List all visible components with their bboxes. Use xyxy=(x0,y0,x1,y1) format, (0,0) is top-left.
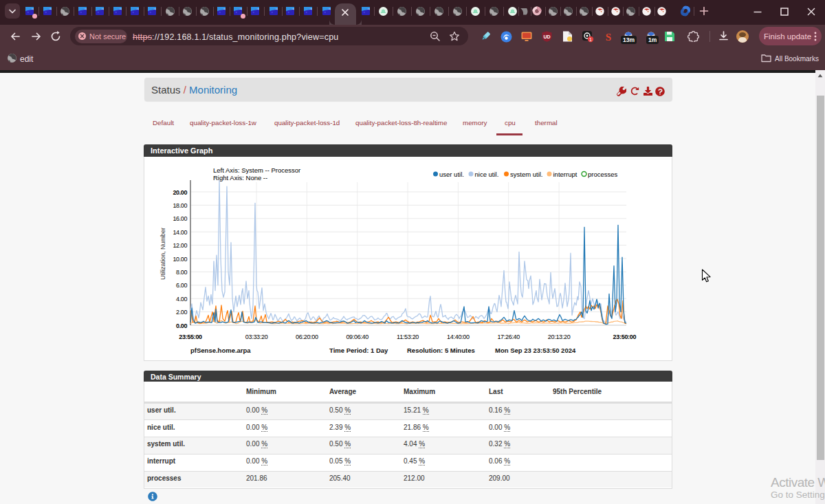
svg-text:23:50:00: 23:50:00 xyxy=(613,333,637,340)
svg-text:8.00: 8.00 xyxy=(176,269,187,276)
svg-text:06:20:00: 06:20:00 xyxy=(296,333,318,340)
svg-text:1: 1 xyxy=(589,37,592,42)
svg-text:processes: processes xyxy=(588,171,618,178)
svg-text:user util.: user util. xyxy=(439,171,464,178)
svg-text:20:13:20: 20:13:20 xyxy=(548,333,571,340)
svg-text:23:55:00: 23:55:00 xyxy=(179,333,202,340)
svg-text:Time Period: 1 Day: Time Period: 1 Day xyxy=(329,347,388,354)
svg-text:4.00: 4.00 xyxy=(176,296,187,303)
svg-text:16.00: 16.00 xyxy=(173,215,187,222)
svg-text:03:33:20: 03:33:20 xyxy=(245,333,268,340)
svg-text:Mon Sep 23 23:53:50 2024: Mon Sep 23 23:53:50 2024 xyxy=(495,347,576,354)
svg-text:20.00: 20.00 xyxy=(173,189,187,196)
svg-text:2.00: 2.00 xyxy=(176,309,187,316)
svg-text:18.00: 18.00 xyxy=(173,202,187,209)
svg-text:11:53:20: 11:53:20 xyxy=(397,333,419,340)
svg-text:Utilization, Number: Utilization, Number xyxy=(160,228,166,280)
svg-text:Left Axis: System -- Processor: Left Axis: System -- Processor xyxy=(213,166,300,174)
svg-text:14.00: 14.00 xyxy=(173,229,187,236)
svg-text:Resolution: 5 Minutes: Resolution: 5 Minutes xyxy=(407,347,475,354)
svg-text:09:06:40: 09:06:40 xyxy=(346,333,368,340)
svg-text:17:26:40: 17:26:40 xyxy=(497,333,520,340)
svg-text:nice util.: nice util. xyxy=(475,171,499,178)
svg-text:S: S xyxy=(606,32,611,43)
svg-text:system util.: system util. xyxy=(510,171,543,178)
svg-text:Right Axis: None --: Right Axis: None -- xyxy=(213,174,267,182)
svg-text:pfSense.home.arpa: pfSense.home.arpa xyxy=(190,347,251,354)
svg-text:10.00: 10.00 xyxy=(173,256,187,263)
svg-text:6.00: 6.00 xyxy=(176,282,187,289)
svg-text:UD: UD xyxy=(543,34,550,39)
svg-text:0.00: 0.00 xyxy=(176,322,187,329)
svg-text:12.00: 12.00 xyxy=(173,242,187,249)
svg-text:14:40:00: 14:40:00 xyxy=(447,333,470,340)
svg-text:interrupt: interrupt xyxy=(553,171,578,178)
